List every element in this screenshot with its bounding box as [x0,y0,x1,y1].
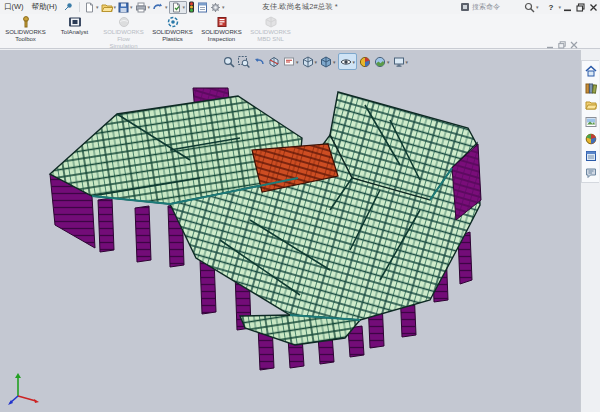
dropdown-caret[interactable]: ▾ [406,59,409,65]
ribbon-button-label: SOLIDWORKS Toolbox [5,29,46,43]
rebuild-traffic-light-button[interactable] [187,1,196,13]
search-magnifier-icon[interactable] [524,2,535,13]
dropdown-caret[interactable]: ▾ [148,5,151,10]
search-scope-icon[interactable] [461,3,469,11]
undo-button[interactable]: ▾ [151,2,169,13]
heads-up-view-toolbar: ▾ ▾ ▾ ▾ ▾ ▾ [222,53,409,70]
toolbox-bolt-icon [20,16,32,28]
view-settings-icon[interactable]: ▾ [392,54,410,69]
menu-window[interactable]: 口(W) [0,2,28,12]
dropdown-caret[interactable]: ▾ [315,59,318,65]
assembly-model[interactable] [0,50,581,412]
apply-scene-icon[interactable]: ▾ [373,54,391,69]
dropdown-caret[interactable]: ▾ [333,59,336,65]
solidworks-forum-icon[interactable] [584,166,597,179]
menu-help[interactable]: 帮助(H) [28,2,61,12]
dropdown-caret[interactable]: ▾ [165,5,168,10]
ribbon-button-tolanalyst[interactable]: TolAnalyst [51,16,98,36]
appearances-scenes-decals-icon[interactable] [584,132,597,145]
minimize-button[interactable] [561,2,574,13]
plastics-icon [167,16,179,28]
design-library-icon[interactable] [584,81,597,94]
save-button[interactable]: ▾ [117,2,134,13]
search-placeholder[interactable]: 搜索命令 [472,2,524,12]
tolanalyst-icon [69,16,81,28]
display-style-icon[interactable]: ▾ [319,54,337,69]
print-button[interactable]: ▾ [134,2,152,13]
orientation-triad [8,373,39,405]
dropdown-caret[interactable]: ▾ [387,59,390,65]
ribbon-button-plastics[interactable]: SOLIDWORKS Plastics [149,16,196,43]
inspection-icon [216,16,228,28]
view-palette-icon[interactable] [584,115,597,128]
custom-properties-icon[interactable] [584,149,597,162]
toolbar-separator [79,2,80,12]
new-document-button[interactable]: ▾ [83,2,100,13]
dropdown-caret[interactable]: ▾ [96,5,99,10]
doc-close-button[interactable] [570,41,578,49]
ribbon-button-label: SOLIDWORKS Flow Simulation [103,29,144,50]
zoom-to-area-icon[interactable] [237,54,251,69]
zoom-to-fit-icon[interactable] [222,54,236,69]
dynamic-annotation-views-icon[interactable]: ▾ [282,54,300,69]
search-commands-box[interactable]: 搜索命令 ▾ [461,2,539,13]
restore-button[interactable] [574,2,587,13]
edit-appearance-icon[interactable] [358,54,372,69]
dropdown-caret[interactable]: ▾ [130,5,133,10]
task-pane-tabs [581,60,599,183]
ribbon-button-label: SOLIDWORKS Inspection [201,29,242,43]
help-button[interactable]: ? [544,2,557,13]
flow-simulation-icon [118,16,130,28]
ribbon-button-inspection[interactable]: SOLIDWORKS Inspection [198,16,245,43]
doc-restore-button[interactable] [558,41,566,49]
ribbon-button-label: TolAnalyst [61,29,88,36]
solidworks-window: 口(W) 帮助(H) ▾ ▾ ▾ ▾ ▾ ▾ [0,0,600,412]
dropdown-caret[interactable]: ▾ [222,5,225,10]
file-properties-button[interactable] [196,2,209,13]
ribbon-button-label: SOLIDWORKS Plastics [152,29,193,43]
dropdown-caret[interactable]: ▾ [183,5,186,10]
ribbon-button-mbd-snl: SOLIDWORKS MBD SNL [247,16,294,43]
file-explorer-icon[interactable] [584,98,597,111]
mbd-snl-icon [265,16,277,28]
command-manager-ribbon: SOLIDWORKS Toolbox TolAnalyst SOLIDWORKS… [0,14,600,49]
hide-show-items-icon[interactable]: ▾ [338,53,358,70]
doc-minimize-button[interactable] [546,41,554,49]
dropdown-caret[interactable]: ▾ [114,5,117,10]
dropdown-caret[interactable]: ▾ [296,59,299,65]
view-orientation-icon[interactable]: ▾ [301,54,319,69]
previous-view-icon[interactable] [252,54,266,69]
task-pane-strip [580,50,600,412]
title-bar: 口(W) 帮助(H) ▾ ▾ ▾ ▾ ▾ ▾ [0,0,600,15]
pin-icon[interactable] [64,2,73,13]
rebuild-document-button[interactable]: ▾ [169,1,188,14]
open-button[interactable]: ▾ [100,2,118,13]
close-button[interactable] [587,2,600,13]
dropdown-caret[interactable]: ▾ [353,59,356,65]
search-dropdown-caret[interactable]: ▾ [536,5,539,10]
section-view-icon[interactable] [267,54,281,69]
ribbon-button-flow-simulation: SOLIDWORKS Flow Simulation [100,16,147,50]
solidworks-resources-home-icon[interactable] [584,64,597,77]
graphics-viewport[interactable]: ▾ ▾ ▾ ▾ ▾ ▾ [0,50,581,412]
options-gear-button[interactable]: ▾ [209,2,226,13]
ribbon-button-label: SOLIDWORKS MBD SNL [250,29,291,43]
document-window-controls [546,41,578,49]
ribbon-button-solidworks-toolbox[interactable]: SOLIDWORKS Toolbox [2,16,49,43]
